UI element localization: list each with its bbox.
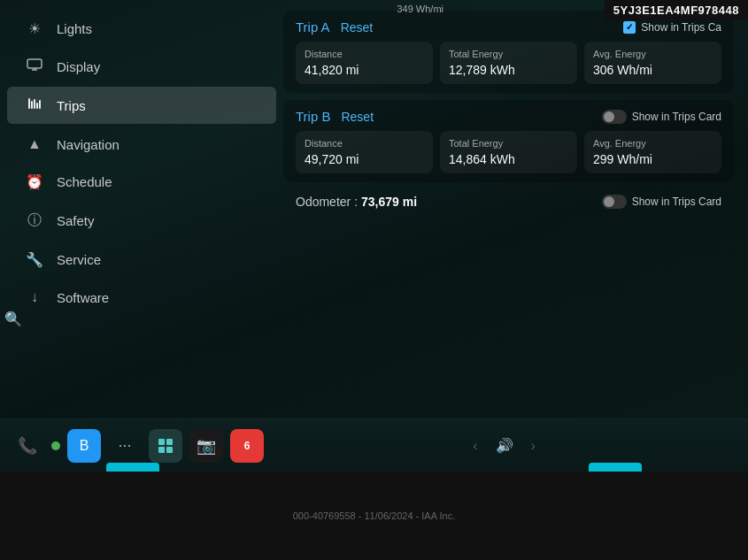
trip-a-reset-button[interactable]: Reset [341, 20, 374, 35]
odometer-row: Odometer : 73,679 mi Show in Trips Card [283, 189, 734, 214]
trip-b-section: Trip B Reset Show in Trips Card Distance… [283, 100, 734, 182]
trip-a-title: Trip A [296, 19, 330, 35]
sidebar-item-schedule[interactable]: ⏰ Schedule [7, 165, 276, 199]
sidebar-item-navigation[interactable]: ▲ Navigation [7, 127, 276, 161]
sidebar-item-trips[interactable]: Trips [7, 87, 276, 124]
trip-a-stats: Distance 41,820 mi Total Energy 12,789 k… [296, 42, 721, 84]
svg-rect-5 [158, 447, 165, 453]
top-energy-reading: 349 Wh/mi [393, 0, 447, 18]
green-dot-icon [51, 441, 60, 450]
svg-rect-4 [166, 439, 173, 445]
sidebar-label-schedule: Schedule [57, 174, 112, 189]
odometer-value: 73,679 mi [361, 195, 417, 209]
software-icon: ↓ [25, 289, 44, 305]
trip-b-distance-value: 49,720 mi [305, 152, 424, 166]
trip-b-title: Trip B [296, 109, 330, 124]
auction-info: 000-40769558 - 11/06/2024 - IAA Inc. [293, 510, 455, 521]
trip-a-distance-value: 41,820 mi [305, 63, 424, 77]
sidebar-item-safety[interactable]: ⓘ Safety [7, 203, 276, 239]
trip-b-energy-box: Total Energy 14,864 kWh [440, 131, 577, 173]
trip-b-show-checkbox[interactable] [602, 110, 627, 124]
prev-arrow-icon[interactable]: ‹ [473, 438, 477, 454]
search-icon[interactable]: 🔍 [0, 301, 27, 336]
sidebar-label-service: Service [57, 252, 101, 267]
calendar-icon[interactable]: 6 [230, 429, 264, 463]
trip-a-distance-box: Distance 41,820 mi [296, 42, 433, 84]
sidebar-item-display[interactable]: Display [7, 50, 276, 83]
trip-b-avg-value: 299 Wh/mi [593, 152, 713, 166]
trip-a-show-checkbox[interactable]: ✓ [623, 21, 636, 34]
navigation-icon: ▲ [25, 136, 44, 152]
bluetooth-icon[interactable]: B [67, 429, 101, 463]
sidebar-item-service[interactable]: 🔧 Service [7, 242, 276, 277]
next-arrow-icon[interactable]: › [531, 438, 536, 454]
bottom-info-bar: 000-40769558 - 11/06/2024 - IAA Inc. [0, 472, 748, 560]
trip-b-energy-value: 14,864 kWh [449, 152, 568, 166]
trip-a-distance-label: Distance [305, 49, 424, 59]
odometer-show-label: Show in Trips Card [632, 196, 721, 208]
trip-b-avg-label: Avg. Energy [593, 138, 713, 149]
trip-a-energy-value: 12,789 kWh [449, 63, 568, 77]
sidebar-item-software[interactable]: ↓ Software [7, 280, 276, 314]
vin-badge: 5YJ3E1EA4MF978448 [605, 0, 748, 20]
trip-a-show-label: Show in Trips Ca [641, 21, 721, 34]
main-content-area: 🔍 ☀ Lights Display [0, 0, 748, 425]
trip-b-avg-box: Avg. Energy 299 Wh/mi [584, 131, 721, 173]
trip-b-header: Trip B Reset Show in Trips Card [296, 109, 721, 124]
svg-rect-6 [166, 447, 173, 453]
sidebar-label-trips: Trips [57, 98, 86, 113]
schedule-icon: ⏰ [25, 173, 44, 190]
taskbar-center-controls: ‹ 🔊 › [473, 437, 536, 454]
trip-a-avg-label: Avg. Energy [593, 49, 713, 59]
odometer-show-checkbox[interactable] [602, 195, 627, 209]
sidebar-label-lights: Lights [57, 21, 92, 36]
camera-icon[interactable]: 📷 [189, 429, 223, 463]
main-screen: 5YJ3E1EA4MF978448 349 Wh/mi 🔍 ☀ Lights [0, 0, 748, 425]
trip-a-show-toggle-area: ✓ Show in Trips Ca [623, 21, 721, 34]
odometer-show-area: Show in Trips Card [602, 195, 721, 209]
service-icon: 🔧 [25, 251, 44, 268]
sidebar-label-navigation: Navigation [57, 137, 120, 152]
trip-a-avg-box: Avg. Energy 306 Wh/mi [584, 42, 721, 84]
trip-a-energy-box: Total Energy 12,789 kWh [440, 42, 577, 84]
trip-b-show-toggle-area: Show in Trips Card [602, 110, 721, 124]
more-options-icon[interactable]: ··· [108, 429, 142, 463]
safety-icon: ⓘ [25, 211, 44, 230]
sidebar-item-lights[interactable]: ☀ Lights [7, 12, 276, 46]
lights-icon: ☀ [25, 20, 44, 37]
trip-a-energy-label: Total Energy [449, 49, 568, 59]
trip-b-distance-box: Distance 49,720 mi [296, 131, 433, 173]
display-icon [25, 58, 44, 74]
trip-b-stats: Distance 49,720 mi Total Energy 14,864 k… [296, 131, 721, 173]
trip-b-energy-label: Total Energy [449, 138, 568, 149]
settings-sidebar: ☀ Lights Display [0, 4, 283, 425]
trip-b-show-label: Show in Trips Card [632, 111, 721, 123]
grid-icon[interactable] [149, 429, 182, 463]
trip-b-reset-button[interactable]: Reset [341, 110, 374, 124]
svg-rect-3 [158, 439, 165, 445]
sidebar-label-display: Display [57, 59, 100, 74]
trip-a-section: Trip A Reset ✓ Show in Trips Ca Distance… [283, 11, 734, 93]
odometer-label: Odometer : [296, 195, 358, 209]
svg-rect-0 [27, 59, 42, 68]
trips-icon [25, 96, 44, 115]
sidebar-label-safety: Safety [57, 213, 95, 228]
trip-a-header: Trip A Reset ✓ Show in Trips Ca [296, 19, 721, 35]
phone-icon[interactable]: 📞 [11, 429, 44, 463]
volume-icon[interactable]: 🔊 [496, 437, 513, 454]
trip-a-avg-value: 306 Wh/mi [593, 63, 713, 77]
trip-b-distance-label: Distance [305, 138, 424, 149]
trips-content-panel: Trip A Reset ✓ Show in Trips Ca Distance… [283, 4, 748, 425]
sidebar-label-software: Software [57, 290, 109, 305]
